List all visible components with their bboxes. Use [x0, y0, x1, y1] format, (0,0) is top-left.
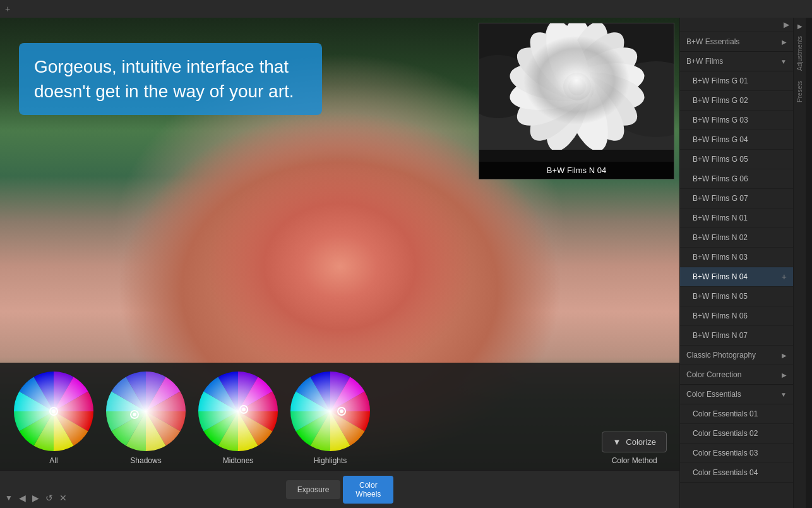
- nav-back-icon[interactable]: ◀: [19, 493, 26, 503]
- svg-point-1: [479, 87, 674, 150]
- svg-point-21: [537, 23, 600, 109]
- svg-point-34: [242, 408, 246, 411]
- preset-item-bw-films-g01[interactable]: B+W Films G 01+: [680, 71, 793, 91]
- add-icon[interactable]: +: [5, 4, 10, 14]
- preset-label-ce02: Color Essentials 02: [693, 429, 758, 438]
- bottom-nav-icons: ▼ ◀ ▶ ↺ ✕: [5, 493, 67, 503]
- color-wheel-midtones: Midtones: [197, 370, 279, 465]
- canvas-area: Gorgeous, intuitive interface that doesn…: [0, 18, 679, 470]
- section-color-essentials[interactable]: Color Essentials ▼: [680, 385, 793, 404]
- section-bw-essentials[interactable]: B+W Essentials ▶: [680, 32, 793, 52]
- nav-dropdown-icon[interactable]: ▼: [5, 493, 13, 502]
- preview-thumbnail: B+W Films N 04: [479, 23, 674, 179]
- svg-point-15: [520, 62, 602, 150]
- preset-label-bw-films-n03: B+W Films N 03: [693, 253, 748, 262]
- info-box-text: Gorgeous, intuitive interface that doesn…: [34, 57, 294, 101]
- svg-point-17: [507, 66, 598, 116]
- preset-item-bw-films-n03[interactable]: B+W Films N 03+: [680, 248, 793, 267]
- color-wheel-all-label: All: [49, 456, 57, 465]
- panel-top-controls: ▶: [680, 18, 793, 32]
- right-panel: ▶ B+W Essentials ▶ B+W Films ▼ B+W Films…: [679, 18, 793, 508]
- section-color-essentials-label: Color Essentials: [686, 390, 741, 399]
- preset-item-bw-films-g02[interactable]: B+W Films G 02+: [680, 91, 793, 111]
- color-wheels-button[interactable]: ColorWheels: [343, 476, 393, 504]
- preview-label: B+W Films N 04: [479, 162, 674, 179]
- color-method-label: Color Method: [612, 456, 657, 465]
- svg-point-19: [509, 37, 601, 111]
- svg-point-6: [554, 23, 617, 109]
- preset-item-bw-films-n04[interactable]: B+W Films N 04+: [680, 267, 793, 287]
- preset-label-bw-films-g04: B+W Films G 04: [693, 135, 748, 144]
- exposure-button-label: Exposure: [297, 485, 330, 494]
- preset-item-ce03[interactable]: Color Essentials 03+: [680, 444, 793, 463]
- svg-point-5: [559, 23, 595, 104]
- preset-label-bw-films-n04: B+W Films N 04: [693, 272, 748, 281]
- colorize-button[interactable]: ▼ Colorize: [602, 432, 667, 452]
- colorize-label: Colorize: [626, 437, 656, 447]
- svg-point-8: [553, 37, 645, 111]
- section-color-correction-arrow: ▶: [782, 372, 787, 378]
- preset-item-ce04[interactable]: Color Essentials 04+: [680, 463, 793, 483]
- right-panel-wrapper: ▶ B+W Essentials ▶ B+W Films ▼ B+W Films…: [679, 18, 812, 508]
- svg-point-9: [557, 57, 648, 107]
- vtab-adjustments[interactable]: Adjustments: [795, 32, 804, 75]
- preset-item-bw-films-n07[interactable]: B+W Films N 07+: [680, 326, 793, 346]
- section-bw-films[interactable]: B+W Films ▼: [680, 52, 793, 71]
- color-wheel-midtones-svg[interactable]: [197, 370, 279, 452]
- section-classic-photography[interactable]: Classic Photography ▶: [680, 346, 793, 365]
- svg-point-31: [133, 413, 136, 416]
- section-color-correction[interactable]: Color Correction ▶: [680, 365, 793, 385]
- preset-label-bw-films-g01: B+W Films G 01: [693, 76, 748, 85]
- preset-item-bw-films-n05[interactable]: B+W Films N 05+: [680, 287, 793, 306]
- color-method-area: ▼ Colorize Color Method: [602, 432, 667, 465]
- preset-item-bw-films-g03[interactable]: B+W Films G 03+: [680, 111, 793, 130]
- color-wheel-all-svg[interactable]: [13, 370, 95, 452]
- svg-point-22: [563, 73, 591, 100]
- section-color-essentials-arrow: ▼: [780, 391, 787, 398]
- exposure-button[interactable]: Exposure: [286, 480, 341, 499]
- vtab-presets[interactable]: Presets: [795, 77, 804, 106]
- preset-item-ce01[interactable]: Color Essentials 01+: [680, 404, 793, 424]
- section-bw-essentials-arrow: ▶: [782, 39, 787, 45]
- info-box: Gorgeous, intuitive interface that doesn…: [19, 43, 322, 115]
- preset-item-bw-films-n06[interactable]: B+W Films N 06+: [680, 306, 793, 326]
- panel-collapse-arrow[interactable]: ▶: [784, 20, 789, 29]
- vtab-top-arrow[interactable]: ▶: [797, 23, 803, 30]
- preset-item-ce02[interactable]: Color Essentials 02+: [680, 424, 793, 444]
- svg-point-3: [479, 55, 536, 118]
- preset-item-bw-films-g05[interactable]: B+W Films G 05+: [680, 150, 793, 169]
- svg-point-23: [568, 78, 586, 95]
- presets-scroll[interactable]: B+W Essentials ▶ B+W Films ▼ B+W Films G…: [680, 32, 793, 508]
- color-essentials-items: Color Essentials 01+Color Essentials 02+…: [680, 404, 793, 483]
- preset-label-bw-films-g02: B+W Films G 02: [693, 96, 748, 105]
- section-bw-essentials-label: B+W Essentials: [686, 37, 739, 46]
- svg-point-35: [290, 372, 370, 451]
- colorize-dropdown-arrow: ▼: [612, 437, 621, 447]
- color-wheel-shadows: Shadows: [105, 370, 187, 465]
- nav-forward-icon[interactable]: ▶: [32, 493, 39, 503]
- svg-point-7: [552, 23, 635, 111]
- preset-label-bw-films-n02: B+W Films N 02: [693, 233, 748, 242]
- vertical-tabs: ▶ Adjustments Presets: [793, 18, 806, 508]
- color-wheel-highlights-svg[interactable]: [289, 370, 371, 452]
- svg-point-11: [553, 63, 645, 136]
- preset-item-bw-films-n02[interactable]: B+W Films N 02+: [680, 228, 793, 248]
- main-layout: Gorgeous, intuitive interface that doesn…: [0, 18, 812, 508]
- top-bar: +: [0, 0, 812, 18]
- nav-close-icon[interactable]: ✕: [59, 493, 67, 503]
- preset-item-bw-films-n01[interactable]: B+W Films N 01+: [680, 209, 793, 228]
- preset-item-bw-films-g06[interactable]: B+W Films G 06+: [680, 169, 793, 189]
- svg-point-28: [52, 409, 56, 413]
- svg-point-10: [557, 66, 648, 116]
- preset-label-ce04: Color Essentials 04: [693, 468, 758, 477]
- preset-item-bw-films-g07[interactable]: B+W Films G 07+: [680, 189, 793, 209]
- color-wheel-all: All: [13, 370, 95, 465]
- bottom-toolbar: ▼ ◀ ▶ ↺ ✕ Exposure ColorWheels: [0, 470, 679, 508]
- preset-add-bw-films-n04[interactable]: +: [782, 272, 787, 282]
- svg-point-18: [507, 57, 598, 107]
- svg-point-32: [198, 372, 278, 451]
- color-wheel-shadows-svg[interactable]: [105, 370, 187, 452]
- preset-item-bw-films-g04[interactable]: B+W Films G 04+: [680, 130, 793, 150]
- preset-label-bw-films-g06: B+W Films G 06: [693, 174, 748, 183]
- nav-reset-icon[interactable]: ↺: [45, 493, 53, 503]
